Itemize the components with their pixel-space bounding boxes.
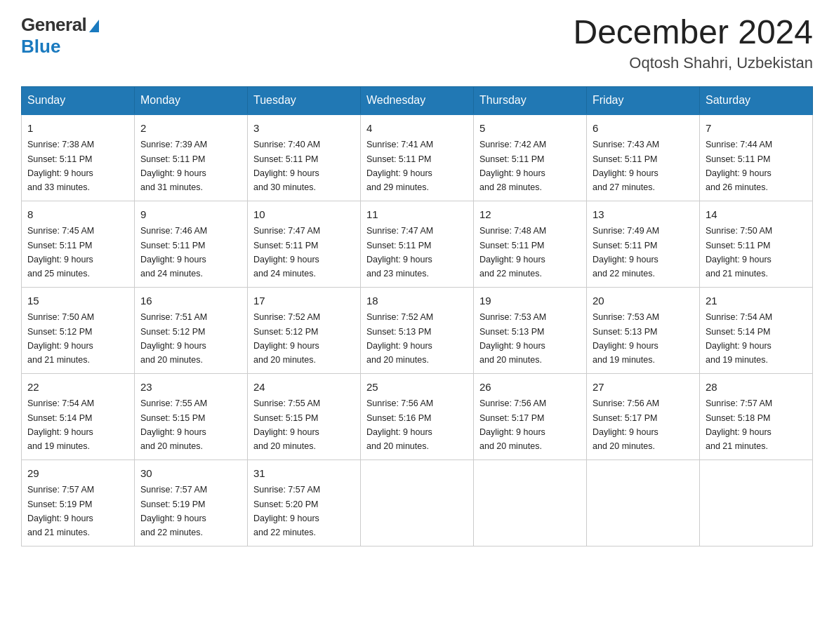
col-monday: Monday [135,86,248,114]
table-row: 24 Sunrise: 7:55 AMSunset: 5:15 PMDaylig… [248,373,361,459]
day-info: Sunrise: 7:43 AMSunset: 5:11 PMDaylight:… [593,140,659,192]
table-row: 26 Sunrise: 7:56 AMSunset: 5:17 PMDaylig… [474,373,587,459]
table-row: 17 Sunrise: 7:52 AMSunset: 5:12 PMDaylig… [248,287,361,373]
day-number: 31 [253,466,355,482]
calendar-table: Sunday Monday Tuesday Wednesday Thursday… [21,86,813,546]
day-info: Sunrise: 7:55 AMSunset: 5:15 PMDaylight:… [253,398,320,451]
day-info: Sunrise: 7:54 AMSunset: 5:14 PMDaylight:… [27,398,94,451]
day-number: 4 [366,121,468,137]
day-number: 21 [706,293,807,309]
calendar-week-row: 8 Sunrise: 7:45 AMSunset: 5:11 PMDayligh… [22,201,813,287]
table-row: 21 Sunrise: 7:54 AMSunset: 5:14 PMDaylig… [700,287,813,373]
day-number: 20 [593,293,694,309]
day-number: 27 [593,380,694,396]
day-info: Sunrise: 7:39 AMSunset: 5:11 PMDaylight:… [140,140,207,192]
table-row: 1 Sunrise: 7:38 AMSunset: 5:11 PMDayligh… [22,114,135,201]
table-row: 22 Sunrise: 7:54 AMSunset: 5:14 PMDaylig… [22,373,135,459]
table-row: 5 Sunrise: 7:42 AMSunset: 5:11 PMDayligh… [474,114,587,201]
day-number: 2 [140,121,241,137]
title-area: December 2024 Oqtosh Shahri, Uzbekistan [573,14,813,72]
table-row: 7 Sunrise: 7:44 AMSunset: 5:11 PMDayligh… [700,114,813,201]
day-info: Sunrise: 7:46 AMSunset: 5:11 PMDaylight:… [140,226,207,279]
calendar-week-row: 1 Sunrise: 7:38 AMSunset: 5:11 PMDayligh… [22,114,813,201]
day-info: Sunrise: 7:56 AMSunset: 5:16 PMDaylight:… [366,398,433,451]
table-row [361,459,474,546]
day-number: 9 [140,207,241,223]
day-info: Sunrise: 7:42 AMSunset: 5:11 PMDaylight:… [479,140,546,192]
day-number: 17 [253,293,355,309]
day-info: Sunrise: 7:57 AMSunset: 5:19 PMDaylight:… [27,485,94,537]
table-row: 3 Sunrise: 7:40 AMSunset: 5:11 PMDayligh… [248,114,361,201]
table-row: 30 Sunrise: 7:57 AMSunset: 5:19 PMDaylig… [135,459,248,546]
day-number: 14 [706,207,807,223]
day-info: Sunrise: 7:38 AMSunset: 5:11 PMDaylight:… [27,140,94,192]
day-number: 5 [479,121,581,137]
table-row: 10 Sunrise: 7:47 AMSunset: 5:11 PMDaylig… [248,201,361,287]
day-number: 7 [706,121,807,137]
day-number: 3 [253,121,355,137]
day-info: Sunrise: 7:53 AMSunset: 5:13 PMDaylight:… [593,312,659,365]
table-row: 12 Sunrise: 7:48 AMSunset: 5:11 PMDaylig… [474,201,587,287]
calendar-week-row: 29 Sunrise: 7:57 AMSunset: 5:19 PMDaylig… [22,459,813,546]
logo-general: General [21,14,99,36]
day-number: 19 [479,293,581,309]
day-info: Sunrise: 7:48 AMSunset: 5:11 PMDaylight:… [479,226,546,279]
table-row: 9 Sunrise: 7:46 AMSunset: 5:11 PMDayligh… [135,201,248,287]
col-wednesday: Wednesday [361,86,474,114]
day-info: Sunrise: 7:54 AMSunset: 5:14 PMDaylight:… [706,312,772,365]
table-row: 14 Sunrise: 7:50 AMSunset: 5:11 PMDaylig… [700,201,813,287]
table-row: 13 Sunrise: 7:49 AMSunset: 5:11 PMDaylig… [587,201,700,287]
day-info: Sunrise: 7:55 AMSunset: 5:15 PMDaylight:… [140,398,207,451]
table-row: 18 Sunrise: 7:52 AMSunset: 5:13 PMDaylig… [361,287,474,373]
calendar-week-row: 22 Sunrise: 7:54 AMSunset: 5:14 PMDaylig… [22,373,813,459]
calendar-header-row: Sunday Monday Tuesday Wednesday Thursday… [22,86,813,114]
day-number: 30 [140,466,241,482]
day-number: 24 [253,380,355,396]
day-info: Sunrise: 7:41 AMSunset: 5:11 PMDaylight:… [366,140,433,192]
day-info: Sunrise: 7:50 AMSunset: 5:11 PMDaylight:… [706,226,772,279]
table-row: 2 Sunrise: 7:39 AMSunset: 5:11 PMDayligh… [135,114,248,201]
day-info: Sunrise: 7:57 AMSunset: 5:18 PMDaylight:… [706,398,772,451]
table-row [587,459,700,546]
table-row [700,459,813,546]
col-tuesday: Tuesday [248,86,361,114]
day-info: Sunrise: 7:49 AMSunset: 5:11 PMDaylight:… [593,226,659,279]
table-row: 8 Sunrise: 7:45 AMSunset: 5:11 PMDayligh… [22,201,135,287]
col-friday: Friday [587,86,700,114]
day-info: Sunrise: 7:40 AMSunset: 5:11 PMDaylight:… [253,140,320,192]
table-row: 31 Sunrise: 7:57 AMSunset: 5:20 PMDaylig… [248,459,361,546]
day-number: 6 [593,121,694,137]
table-row: 4 Sunrise: 7:41 AMSunset: 5:11 PMDayligh… [361,114,474,201]
day-number: 23 [140,380,241,396]
day-number: 1 [27,121,128,137]
day-number: 12 [479,207,581,223]
calendar-title: December 2024 [573,14,813,51]
day-info: Sunrise: 7:52 AMSunset: 5:12 PMDaylight:… [253,312,320,365]
day-number: 15 [27,293,128,309]
day-number: 29 [27,466,128,482]
day-number: 11 [366,207,468,223]
logo: General Blue [21,14,99,58]
day-info: Sunrise: 7:47 AMSunset: 5:11 PMDaylight:… [366,226,433,279]
day-number: 18 [366,293,468,309]
day-info: Sunrise: 7:51 AMSunset: 5:12 PMDaylight:… [140,312,207,365]
day-number: 25 [366,380,468,396]
day-number: 10 [253,207,355,223]
day-info: Sunrise: 7:56 AMSunset: 5:17 PMDaylight:… [593,398,659,451]
table-row: 28 Sunrise: 7:57 AMSunset: 5:18 PMDaylig… [700,373,813,459]
table-row: 25 Sunrise: 7:56 AMSunset: 5:16 PMDaylig… [361,373,474,459]
col-saturday: Saturday [700,86,813,114]
logo-blue: Blue [21,36,60,58]
table-row: 6 Sunrise: 7:43 AMSunset: 5:11 PMDayligh… [587,114,700,201]
table-row: 16 Sunrise: 7:51 AMSunset: 5:12 PMDaylig… [135,287,248,373]
col-thursday: Thursday [474,86,587,114]
day-info: Sunrise: 7:57 AMSunset: 5:19 PMDaylight:… [140,485,207,537]
col-sunday: Sunday [22,86,135,114]
day-info: Sunrise: 7:47 AMSunset: 5:11 PMDaylight:… [253,226,320,279]
page-header: General Blue December 2024 Oqtosh Shahri… [21,14,813,72]
day-info: Sunrise: 7:53 AMSunset: 5:13 PMDaylight:… [479,312,546,365]
day-info: Sunrise: 7:52 AMSunset: 5:13 PMDaylight:… [366,312,433,365]
table-row: 19 Sunrise: 7:53 AMSunset: 5:13 PMDaylig… [474,287,587,373]
day-number: 26 [479,380,581,396]
day-info: Sunrise: 7:44 AMSunset: 5:11 PMDaylight:… [706,140,772,192]
